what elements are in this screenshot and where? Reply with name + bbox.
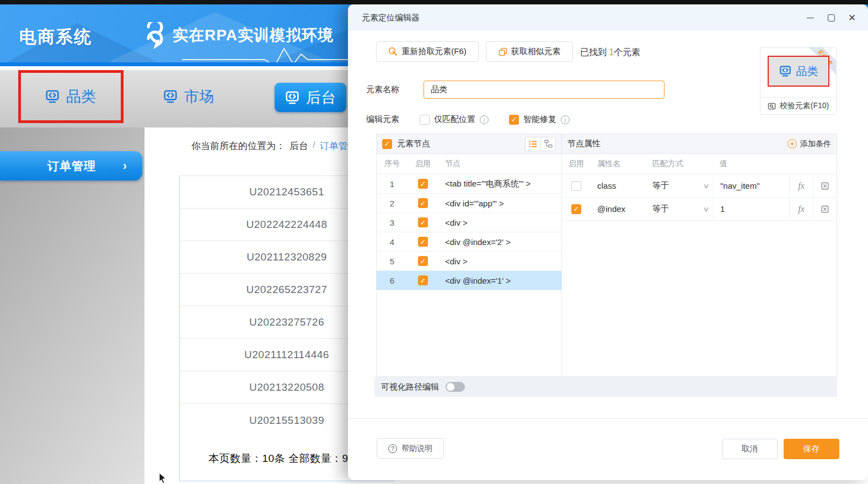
list-view-icon — [529, 140, 537, 148]
col-attr-name: 属性名 — [591, 159, 646, 169]
node-selector-text: <div > — [438, 257, 561, 266]
chevron-down-icon: ∨ — [703, 205, 709, 213]
node-selector-text: <tab title='"电商系统"' > — [438, 179, 561, 189]
node-seq: 5 — [377, 257, 408, 266]
smart-repair-checkbox[interactable] — [509, 115, 519, 125]
maximize-button[interactable] — [821, 8, 842, 27]
node-enabled-checkbox[interactable] — [418, 275, 428, 285]
attr-enabled-cell — [562, 204, 591, 214]
element-nodes-header: 元素节点 — [377, 134, 561, 154]
fx-expression-button[interactable]: fx — [790, 198, 813, 220]
order-id: U202242224448 — [246, 219, 327, 231]
match-position-checkbox[interactable] — [420, 115, 430, 125]
node-enabled-cell — [408, 237, 438, 247]
ecg-line-decoration — [182, 47, 364, 66]
fx-icon: fx — [798, 204, 805, 214]
rpa-logo: 实在RPA实训模拟环境 — [141, 22, 334, 49]
node-enabled-checkbox[interactable] — [418, 217, 428, 227]
tree-view-button[interactable] — [540, 137, 555, 151]
node-enabled-checkbox[interactable] — [418, 198, 428, 208]
repick-label: 重新拾取元素(F6) — [401, 46, 467, 57]
match-position-only-option[interactable]: 仅匹配位置 i — [420, 114, 489, 125]
screen: 电商系统 实在RPA实训模拟环境 品类 — [0, 0, 868, 484]
node-selector-text: <div @index='2' > — [438, 237, 561, 247]
breadcrumb: 你当前所在的位置为： 后台 / 订单管理 — [191, 140, 357, 152]
match-mode-value: 等于 — [652, 204, 669, 214]
node-seq: 2 — [377, 199, 408, 208]
fx-expression-button[interactable]: fx — [790, 174, 813, 197]
order-id: U20213220508 — [249, 381, 324, 393]
node-row[interactable]: 4<div @index='2' > — [377, 232, 561, 252]
smart-repair-option[interactable]: 智能修复 i — [509, 114, 570, 125]
found-suffix: 个元素 — [614, 47, 640, 57]
found-prefix: 已找到 — [580, 47, 609, 57]
nav-tab-market[interactable]: 市场 — [144, 70, 233, 123]
repick-element-button[interactable]: 重新拾取元素(F6) — [376, 41, 479, 62]
footer-divider — [348, 418, 868, 419]
edit-element-label: 编辑元素 — [366, 114, 420, 125]
save-button[interactable]: 保存 — [784, 439, 839, 459]
cancel-button[interactable]: 取消 — [722, 439, 778, 459]
web-element-icon — [163, 89, 178, 104]
node-seq: 1 — [377, 179, 408, 189]
node-row[interactable]: 1<tab title='"电商系统"' > — [377, 174, 561, 194]
attr-actions: fx — [789, 174, 837, 197]
fx-icon: fx — [798, 181, 805, 191]
col-node: 节点 — [438, 159, 561, 169]
rpa-logo-text: 实在RPA实训模拟环境 — [173, 25, 334, 46]
list-view-button[interactable] — [526, 137, 540, 151]
col-match-mode: 匹配方式 — [646, 159, 713, 169]
breadcrumb-separator: / — [313, 140, 315, 152]
visual-path-toggle[interactable] — [446, 382, 465, 392]
window-controls: ✕ — [800, 4, 862, 31]
order-id: U202265223727 — [246, 284, 327, 296]
node-enabled-checkbox[interactable] — [418, 256, 428, 266]
attr-enabled-checkbox[interactable] — [571, 204, 581, 214]
info-icon[interactable]: i — [561, 115, 570, 124]
element-nodes-panel: 元素节点 — [377, 134, 562, 376]
similar-elements-icon — [499, 47, 507, 56]
match-mode-select[interactable]: 等于∨ — [646, 204, 713, 214]
help-button[interactable]: ? 帮助说明 — [377, 438, 444, 459]
element-nodes-checkbox[interactable] — [382, 139, 392, 149]
close-button[interactable]: ✕ — [842, 8, 862, 27]
attribute-row: class等于∨"nav_item"fx — [562, 174, 837, 198]
element-name-input[interactable] — [424, 81, 665, 99]
minimize-button[interactable] — [800, 8, 821, 27]
delete-attribute-button[interactable] — [813, 198, 837, 220]
match-mode-value: 等于 — [652, 180, 669, 191]
nav-tab-admin-active[interactable]: 后台 — [275, 83, 346, 112]
node-enabled-checkbox[interactable] — [418, 179, 428, 189]
node-row[interactable]: 2<div id='"app"' > — [377, 194, 561, 213]
match-mode-select[interactable]: 等于∨ — [646, 180, 713, 191]
dialog-titlebar[interactable]: 元素定位编辑器 ✕ — [348, 4, 868, 31]
node-attributes-panel: 节点属性 + 添加条件 启用 属性名 匹配方式 值 class等于∨"nav_i… — [562, 134, 837, 376]
smart-repair-label: 智能修复 — [523, 114, 556, 125]
info-icon[interactable]: i — [480, 115, 489, 124]
attr-value[interactable]: "nav_item" — [713, 174, 789, 197]
nodes-table-body: 1<tab title='"电商系统"' >2<div id='"app"' >… — [377, 174, 561, 290]
get-similar-elements-button[interactable]: 获取相似元素 — [486, 41, 573, 62]
node-row[interactable]: 5<div > — [377, 252, 561, 271]
nav-tab-category[interactable]: 品类 — [18, 70, 123, 123]
match-position-label: 仅匹配位置 — [434, 114, 475, 125]
validate-element-button[interactable]: 校验元素(F10) — [760, 97, 836, 114]
add-condition-button[interactable]: + 添加条件 — [787, 139, 831, 149]
attrs-table-body: class等于∨"nav_item"fx@index等于∨1fx — [562, 174, 837, 221]
node-seq: 6 — [377, 276, 408, 285]
node-row[interactable]: 6<div @index='1' > — [377, 271, 561, 290]
attr-enabled-cell — [562, 181, 591, 191]
nodes-column-headers: 序号 启用 节点 — [377, 154, 561, 174]
node-row[interactable]: 3<div > — [377, 213, 561, 232]
node-enabled-checkbox[interactable] — [418, 237, 428, 247]
element-preview-card: Edge 品类 校验元素(F10) — [760, 47, 837, 115]
attr-value[interactable]: 1 — [713, 198, 789, 220]
node-seq: 4 — [377, 237, 408, 247]
delete-attribute-button[interactable] — [813, 174, 837, 197]
attrs-column-headers: 启用 属性名 匹配方式 值 — [562, 154, 837, 174]
attr-enabled-checkbox[interactable] — [571, 181, 581, 191]
visual-path-bar: 可视化路径编辑 — [374, 377, 837, 397]
sidebar-item-order-management[interactable]: 订单管理 › — [0, 151, 142, 180]
element-preview: 品类 — [768, 56, 829, 87]
nav-tab-label: 品类 — [66, 87, 96, 107]
